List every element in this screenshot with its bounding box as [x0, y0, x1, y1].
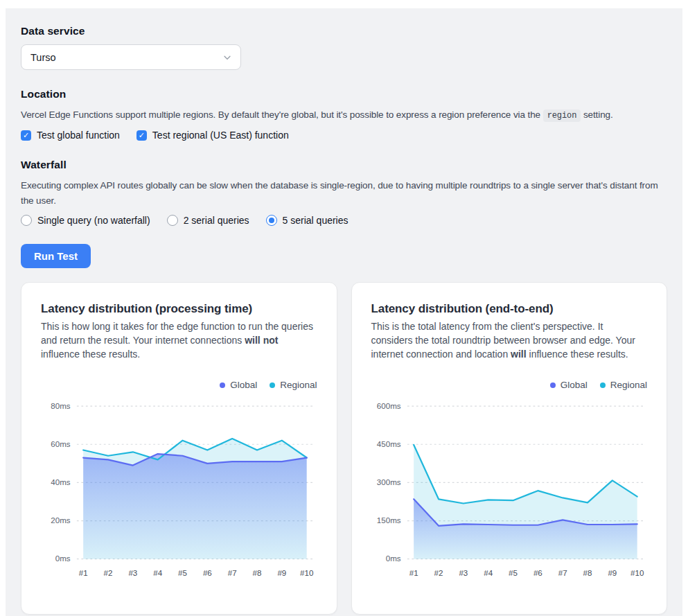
location-description: Vercel Edge Functions support multiple r…	[21, 107, 667, 123]
end-to-end-card: Latency distribution (end-to-end) This i…	[351, 282, 668, 615]
svg-text:#2: #2	[434, 569, 443, 577]
checkbox-test-global-function[interactable]: ✓ Test global function	[21, 130, 120, 141]
waterfall-radio-row: Single query (no waterfall) 2 serial que…	[21, 215, 667, 226]
svg-text:#8: #8	[253, 569, 262, 577]
svg-text:#3: #3	[128, 569, 137, 577]
svg-text:#7: #7	[228, 569, 237, 577]
radio-icon[interactable]	[21, 215, 32, 226]
svg-text:150ms: 150ms	[376, 516, 400, 525]
svg-text:#2: #2	[104, 569, 113, 577]
latency-chart-processing: 0ms20ms40ms60ms80ms#1#2#3#4#5#6#7#8#9#10	[41, 398, 317, 582]
svg-text:20ms: 20ms	[51, 516, 71, 525]
svg-text:#6: #6	[203, 569, 212, 577]
chart-legend: GlobalRegional	[41, 380, 317, 390]
svg-text:#9: #9	[277, 569, 286, 577]
data-service-heading: Data service	[21, 25, 667, 37]
svg-text:0ms: 0ms	[55, 554, 71, 563]
chart-description-post: influence these results.	[41, 349, 140, 360]
chart-description: This is the total latency from the clien…	[371, 320, 648, 362]
checkbox-test-regional-function[interactable]: ✓ Test regional (US East) function	[136, 130, 289, 141]
svg-text:#7: #7	[558, 569, 567, 577]
checkbox-label: Test global function	[37, 130, 120, 141]
chart-title: Latency distribution (processing time)	[41, 302, 317, 316]
svg-text:#3: #3	[459, 569, 468, 577]
svg-text:450ms: 450ms	[376, 440, 400, 448]
radio-5-serial-queries[interactable]: 5 serial queries	[266, 215, 348, 226]
data-service-select[interactable]: Turso	[21, 44, 241, 70]
location-heading: Location	[21, 88, 667, 100]
chart-description-post: influence these results.	[527, 349, 628, 360]
settings-panel: Data service Turso Location Vercel Edge …	[6, 8, 682, 616]
svg-text:#10: #10	[630, 569, 644, 577]
svg-text:#4: #4	[153, 569, 162, 577]
svg-text:#1: #1	[409, 569, 418, 577]
latency-chart-end-to-end: 0ms150ms300ms450ms600ms#1#2#3#4#5#6#7#8#…	[371, 398, 648, 582]
processing-time-card: Latency distribution (processing time) T…	[21, 282, 337, 615]
svg-text:600ms: 600ms	[376, 402, 400, 410]
checkbox-icon[interactable]: ✓	[21, 130, 31, 141]
svg-text:60ms: 60ms	[51, 440, 71, 448]
chart-description-bold: will	[511, 349, 527, 360]
chart-description-bold: will not	[245, 335, 278, 346]
radio-2-serial-queries[interactable]: 2 serial queries	[167, 215, 249, 226]
legend-item-regional: Regional	[270, 380, 317, 390]
legend-dot-icon	[600, 382, 606, 388]
chart-description: This is how long it takes for the edge f…	[41, 320, 317, 362]
chart-title: Latency distribution (end-to-end)	[371, 302, 648, 316]
checkbox-label: Test regional (US East) function	[152, 130, 289, 141]
svg-text:#5: #5	[509, 569, 518, 577]
charts-row: Latency distribution (processing time) T…	[21, 282, 667, 615]
legend-item-global: Global	[220, 380, 257, 390]
legend-dot-icon	[270, 382, 275, 388]
chevron-down-icon	[222, 53, 232, 62]
chart-legend: GlobalRegional	[371, 380, 648, 390]
legend-item-regional: Regional	[600, 380, 647, 390]
svg-text:300ms: 300ms	[376, 478, 400, 486]
svg-text:#9: #9	[608, 569, 617, 577]
svg-text:#5: #5	[178, 569, 187, 577]
location-description-pre: Vercel Edge Functions support multiple r…	[21, 109, 543, 120]
region-code-chip: region	[543, 109, 581, 122]
radio-single-query[interactable]: Single query (no waterfall)	[21, 215, 150, 226]
svg-text:#10: #10	[300, 569, 313, 577]
checkbox-icon[interactable]: ✓	[136, 130, 147, 141]
run-test-button[interactable]: Run Test	[21, 244, 91, 268]
svg-text:#6: #6	[533, 569, 542, 577]
svg-text:0ms: 0ms	[385, 554, 400, 563]
svg-text:40ms: 40ms	[51, 478, 71, 486]
waterfall-description: Executing complex API routes globally ca…	[21, 178, 667, 208]
legend-dot-icon	[220, 382, 225, 388]
radio-icon[interactable]	[167, 215, 178, 226]
legend-item-global: Global	[550, 380, 588, 390]
svg-text:#8: #8	[583, 569, 592, 577]
radio-label: 2 serial queries	[184, 215, 249, 226]
legend-dot-icon	[550, 382, 556, 388]
waterfall-heading: Waterfall	[21, 159, 667, 171]
location-description-post: setting.	[581, 109, 612, 120]
svg-text:80ms: 80ms	[51, 402, 71, 410]
radio-icon[interactable]	[266, 215, 277, 226]
svg-text:#4: #4	[484, 569, 493, 577]
radio-label: Single query (no waterfall)	[37, 215, 150, 226]
svg-text:#1: #1	[79, 569, 88, 577]
data-service-selected-value: Turso	[30, 52, 56, 63]
radio-label: 5 serial queries	[283, 215, 348, 226]
location-checkbox-row: ✓ Test global function ✓ Test regional (…	[21, 130, 667, 141]
